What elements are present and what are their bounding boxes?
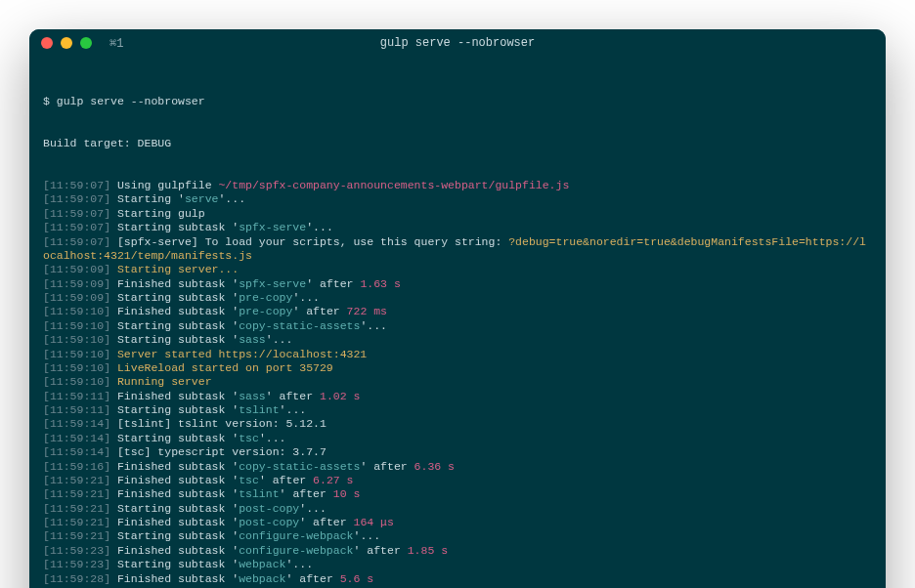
maximize-icon[interactable] (80, 37, 92, 49)
log-line: [11:59:21] Finished subtask 'post-copy' … (43, 516, 872, 529)
log-text: Finished subtask ' (110, 544, 239, 557)
log-text: post-copy (239, 502, 299, 515)
log-text: tsc (239, 474, 259, 486)
title-bar: ⌘1 gulp serve --nobrowser (29, 29, 886, 57)
log-text: ' after (299, 516, 353, 528)
bracket-icon: [ (43, 221, 50, 233)
bracket-icon: ] (104, 460, 110, 473)
log-text: copy-static-assets (239, 460, 360, 473)
log-text: 5.6 s (340, 572, 374, 585)
log-text: '... (285, 558, 313, 570)
log-text: '... (360, 319, 387, 332)
log-text: Finished subtask ' (110, 487, 239, 500)
bracket-icon: [ (43, 432, 50, 444)
log-line: [11:59:21] Finished subtask 'tslint' aft… (43, 487, 872, 501)
log-text: ' after (280, 487, 333, 500)
log-text: Starting server... (110, 263, 239, 275)
log-line: [11:59:07] Starting gulp (43, 207, 872, 221)
log-text: Finished subtask ' (110, 516, 239, 528)
timestamp: 11:59:21 (50, 487, 104, 500)
timestamp: 11:59:10 (50, 348, 104, 360)
timestamp: 11:59:10 (50, 305, 104, 317)
traffic-lights (41, 37, 92, 49)
log-text: ' after (285, 572, 339, 585)
bracket-icon: ] (104, 403, 110, 416)
bracket-icon: [ (43, 445, 50, 458)
bracket-icon: ] (104, 361, 110, 374)
log-text: Server started https://localhost:4321 (110, 348, 367, 360)
bracket-icon: [ (43, 361, 50, 374)
bracket-icon: [ (43, 487, 50, 500)
log-text: Starting subtask ' (110, 333, 239, 346)
bracket-icon: ] (104, 221, 110, 233)
bracket-icon: [ (43, 192, 50, 205)
bracket-icon: [ (43, 319, 50, 332)
log-text: ' after (306, 277, 360, 290)
log-text: tslint (239, 487, 279, 500)
log-text: [spfx-serve] To load your scripts, use t… (110, 235, 508, 248)
timestamp: 11:59:21 (50, 516, 104, 528)
log-text: configure-webpack (239, 544, 353, 557)
log-line: [11:59:10] Finished subtask 'pre-copy' a… (43, 305, 872, 318)
log-text: '... (259, 432, 286, 444)
log-text: ' after (259, 474, 313, 486)
close-icon[interactable] (41, 37, 53, 49)
log-line: [11:59:09] Starting server... (43, 263, 872, 276)
log-text: '... (353, 529, 380, 542)
bracket-icon: ] (104, 558, 110, 570)
log-line: [11:59:07] [spfx-serve] To load your scr… (43, 235, 872, 264)
log-line: [11:59:21] Starting subtask 'configure-w… (43, 529, 872, 543)
timestamp: 11:59:09 (50, 291, 104, 304)
prompt-symbol: $ (43, 95, 57, 107)
log-text: ' after (360, 460, 414, 473)
timestamp: 11:59:07 (50, 235, 104, 248)
window-title: gulp serve --nobrowser (380, 36, 535, 50)
terminal-output[interactable]: $ gulp serve --nobrowser Build target: D… (29, 57, 886, 588)
minimize-icon[interactable] (61, 37, 72, 49)
log-text: [tslint] tslint version: 5.12.1 (110, 417, 327, 430)
log-text: '... (266, 333, 293, 346)
log-text: serve (185, 192, 219, 205)
log-line: [11:59:28] Finished subtask 'webpack' af… (43, 572, 872, 586)
log-text: 1.63 s (360, 277, 400, 290)
timestamp: 11:59:07 (50, 179, 104, 191)
log-line: [11:59:10] Starting subtask 'copy-static… (43, 319, 872, 333)
bracket-icon: ] (104, 235, 110, 248)
bracket-icon: ] (104, 516, 110, 528)
bracket-icon: [ (43, 179, 50, 191)
log-text: 6.36 s (414, 460, 455, 473)
timestamp: 11:59:10 (50, 375, 104, 388)
bracket-icon: [ (43, 333, 50, 346)
log-line: [11:59:14] [tsc] typescript version: 3.7… (43, 445, 872, 459)
log-line: [11:59:09] Starting subtask 'pre-copy'..… (43, 291, 872, 305)
log-text: copy-static-assets (239, 319, 360, 332)
timestamp: 11:59:07 (50, 192, 104, 205)
log-text: sass (239, 333, 266, 346)
log-line: [11:59:21] Finished subtask 'tsc' after … (43, 474, 872, 487)
log-text: sass (239, 390, 266, 402)
timestamp: 11:59:10 (50, 319, 104, 332)
bracket-icon: ] (104, 474, 110, 486)
bracket-icon: [ (43, 291, 50, 304)
log-text: Starting subtask ' (110, 319, 239, 332)
terminal-window: ⌘1 gulp serve --nobrowser $ gulp serve -… (29, 29, 886, 588)
bracket-icon: ] (104, 417, 110, 430)
build-target-line: Build target: DEBUG (43, 137, 872, 150)
bracket-icon: [ (43, 572, 50, 585)
log-text: ~/tmp/spfx-company-announcements-webpart… (218, 179, 569, 191)
log-line: [11:59:09] Finished subtask 'spfx-serve'… (43, 277, 872, 291)
log-line: [11:59:21] Starting subtask 'post-copy'.… (43, 502, 872, 516)
log-line: [11:59:23] Finished subtask 'configure-w… (43, 544, 872, 558)
timestamp: 11:59:21 (50, 474, 104, 486)
log-text: Starting ' (110, 192, 185, 205)
log-text: pre-copy (239, 305, 292, 317)
log-text: ' after (266, 390, 320, 402)
log-text: 164 μs (354, 516, 394, 528)
timestamp: 11:59:09 (50, 277, 104, 290)
timestamp: 11:59:28 (50, 572, 104, 585)
bracket-icon: [ (43, 474, 50, 486)
bracket-icon: ] (104, 263, 110, 275)
log-line: [11:59:23] Starting subtask 'webpack'... (43, 558, 872, 571)
log-line: [11:59:11] Starting subtask 'tslint'... (43, 403, 872, 417)
bracket-icon: [ (43, 348, 50, 360)
